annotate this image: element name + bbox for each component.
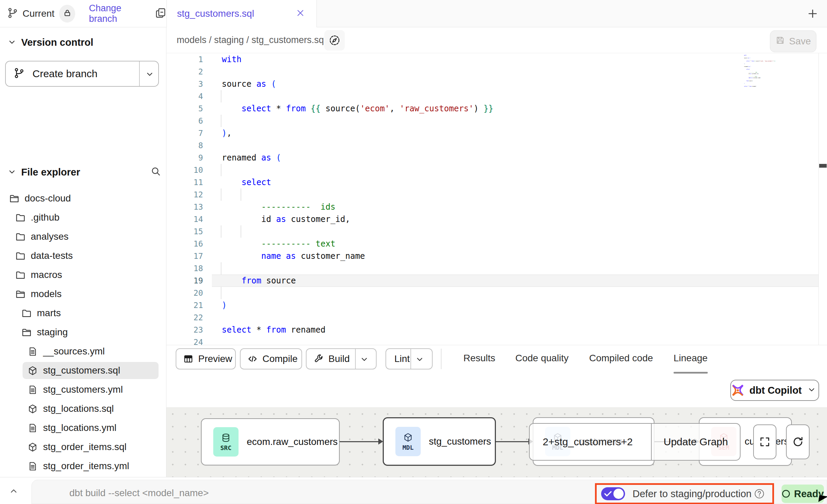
tree-item-stg-customers-yml[interactable]: stg_customers.yml: [0, 380, 165, 399]
code-editor[interactable]: 1with23source as (45 select * from {{ so…: [166, 53, 827, 345]
line-number: 5: [166, 102, 203, 115]
tab-title: stg_customers.sql: [177, 8, 254, 19]
new-tab-button[interactable]: [807, 8, 818, 20]
tree-item-label: stg_order_items.sql: [43, 442, 126, 452]
indent-guide: [221, 287, 221, 299]
defer-toggle[interactable]: [601, 487, 625, 500]
code-line-14: 14 id as customer_id,: [166, 213, 827, 225]
close-icon[interactable]: [295, 8, 306, 19]
tree-item-models[interactable]: models: [0, 284, 165, 304]
tab-stg-customers[interactable]: stg_customers.sql: [166, 0, 317, 27]
tab-compiled-code[interactable]: Compiled code: [589, 353, 653, 364]
tree-item--sources-yml[interactable]: __sources.yml: [0, 342, 165, 361]
preview-button[interactable]: Preview: [176, 348, 236, 369]
version-control-header[interactable]: Version control: [0, 37, 166, 48]
compass-icon[interactable]: [324, 30, 345, 51]
folder-icon: [15, 251, 26, 261]
file-icon: [27, 384, 38, 395]
command-input-text[interactable]: dbt build --select <model_name>: [69, 488, 209, 499]
code-text: ---------- ids: [222, 201, 335, 213]
search-icon[interactable]: [150, 166, 161, 178]
sidebar: Version control Create branch File explo…: [0, 27, 166, 477]
lint-button[interactable]: Lint: [385, 348, 433, 369]
tree-item-label: __sources.yml: [43, 346, 105, 357]
chevron-down-icon[interactable]: [415, 355, 424, 364]
lineage-canvas[interactable]: SRCecom.raw_customersMDLstg_customersMDL…: [166, 407, 827, 477]
version-control-topbar: Current Change branch: [0, 0, 166, 27]
tree-item-macros[interactable]: macros: [0, 265, 165, 284]
tree-item-docs-cloud[interactable]: docs-cloud: [0, 189, 165, 208]
refresh-button[interactable]: [786, 424, 810, 459]
wrench-icon: [313, 354, 324, 364]
tree-item-stg-locations-sql[interactable]: stg_locations.sql: [0, 399, 165, 418]
tree-item-stg-locations-yml[interactable]: stg_locations.yml: [0, 418, 165, 437]
chevron-down-icon[interactable]: [145, 70, 154, 80]
folder-open-icon: [15, 289, 26, 299]
git-branch-icon: [7, 7, 18, 19]
save-button[interactable]: Save: [770, 30, 816, 52]
tree-item-label: analyses: [31, 231, 69, 242]
compile-button[interactable]: Compile: [240, 348, 302, 369]
code-text: name as customer_name: [222, 250, 365, 262]
code-line-16: 16 ---------- text: [166, 238, 827, 250]
fullscreen-button[interactable]: [753, 424, 776, 459]
button-label: Build: [328, 353, 350, 364]
build-button[interactable]: Build: [306, 348, 377, 369]
indent-guide: [221, 164, 221, 176]
line-number: 14: [166, 213, 203, 225]
tree-item-analyses[interactable]: analyses: [0, 227, 165, 246]
tab-results[interactable]: Results: [463, 353, 495, 364]
button-label: Lint: [394, 353, 410, 364]
dbt-copilot-icon: [731, 383, 745, 397]
tree-item-marts[interactable]: marts: [0, 304, 165, 323]
tree-item--github[interactable]: .github: [0, 208, 165, 227]
badge-label: SRC: [220, 444, 232, 451]
tree-item-label: stg_customers.sql: [43, 365, 120, 376]
floppy-icon: [775, 36, 785, 47]
button-label: Compile: [262, 353, 298, 364]
line-number: 24: [166, 336, 203, 345]
line-number: 1: [166, 53, 203, 66]
line-number: 2: [166, 66, 203, 78]
floppy-icon: [775, 36, 785, 45]
folder-open-icon: [21, 327, 32, 338]
help-icon[interactable]: [754, 489, 764, 499]
line-number: 17: [166, 250, 203, 262]
copy-icon[interactable]: [155, 7, 166, 20]
plus-icon: [807, 8, 818, 19]
tree-item-label: stg_order_items.yml: [43, 461, 129, 472]
update-graph-button[interactable]: Update Graph: [652, 424, 740, 460]
code-line-18: 18: [166, 262, 827, 275]
breadcrumb: models / staging / stg_customers.sql: [177, 35, 326, 45]
line-number: 3: [166, 78, 203, 90]
file-explorer-header[interactable]: File explorer: [0, 167, 166, 178]
change-branch-link[interactable]: Change branch: [89, 3, 146, 24]
tab-code-quality[interactable]: Code quality: [515, 353, 569, 364]
code-line-23: 23select * from renamed: [166, 324, 827, 336]
line-number: 4: [166, 90, 203, 102]
tree-item-stg-order-items-yml[interactable]: stg_order_items.yml: [0, 457, 165, 476]
chevron-down-icon: [8, 38, 16, 46]
tree-item-stg-customers-sql[interactable]: stg_customers.sql: [0, 361, 165, 380]
lineage-node-stg-customers[interactable]: MDLstg_customers: [383, 417, 496, 466]
chevron-down-icon: [8, 167, 16, 176]
chevron-up-icon[interactable]: [9, 486, 18, 497]
tree-item-data-tests[interactable]: data-tests: [0, 246, 165, 265]
command-panel[interactable]: dbt build --select <model_name> Defer to…: [31, 480, 827, 504]
tree-item-staging[interactable]: staging: [0, 323, 165, 342]
tree-item-stg-order-items-sql[interactable]: stg_order_items.sql: [0, 437, 165, 457]
tree-item-label: staging: [37, 327, 68, 338]
lineage-node-ecom-raw-customers[interactable]: SRCecom.raw_customers: [201, 418, 340, 465]
chevron-down-icon: [8, 167, 16, 178]
split-divider: [355, 349, 356, 369]
chevron-down-icon[interactable]: [360, 355, 369, 364]
branch-lock-chip: [59, 5, 75, 23]
copilot-row: dbt Copilot: [166, 380, 827, 407]
tab-lineage[interactable]: Lineage: [674, 353, 708, 364]
indent-guide: [221, 262, 221, 275]
line-number: 6: [166, 115, 203, 127]
code-line-7: 7),: [166, 127, 827, 139]
dbt-copilot-button[interactable]: dbt Copilot: [730, 380, 819, 401]
lineage-selector-input[interactable]: 2+stg_customers+2: [530, 424, 651, 460]
create-branch-button[interactable]: Create branch: [5, 61, 159, 87]
